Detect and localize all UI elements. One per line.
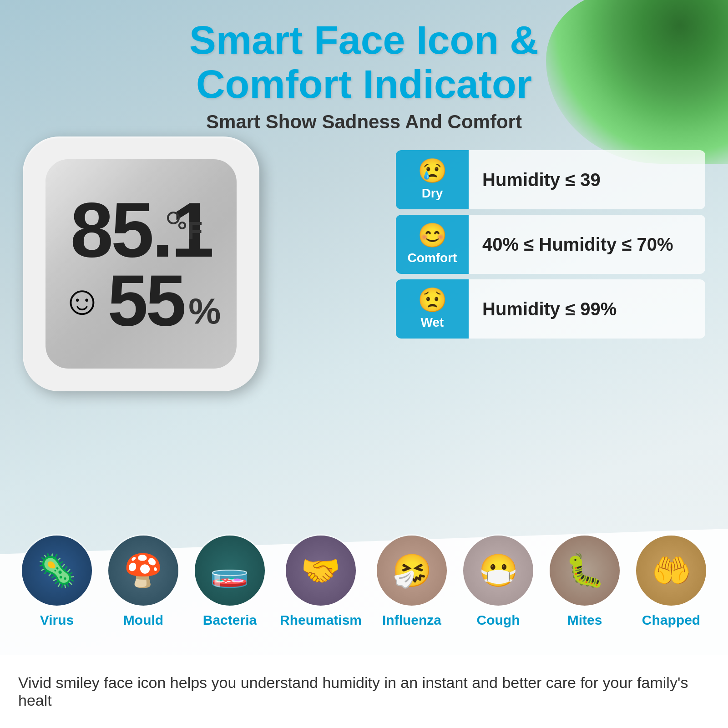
temp-unit: °F — [177, 216, 202, 245]
virus-label: Virus — [40, 612, 74, 628]
icon-item-mould: 🍄 Mould — [107, 534, 180, 628]
humidity-display: 55 — [107, 264, 184, 337]
influenza-icon: 🤧 — [377, 536, 447, 606]
icon-item-influenza: 🤧 Influenza — [375, 534, 448, 628]
indicators-panel: 😢 Dry Humidity ≤ 39 😊 Comfort 40% ≤ Humi… — [396, 150, 705, 339]
indicator-row-comfort: 😊 Comfort 40% ≤ Humidity ≤ 70% — [396, 215, 705, 274]
mould-icon: 🍄 — [108, 536, 178, 606]
main-title-line2: Comfort Indicator — [196, 61, 532, 106]
dry-label: Dry — [422, 186, 443, 201]
smiley-face: ☺ — [61, 280, 103, 321]
indicator-row-dry: 😢 Dry Humidity ≤ 39 — [396, 150, 705, 209]
icon-item-cough: 😷 Cough — [462, 534, 535, 628]
subtitle: Smart Show Sadness And Comfort — [0, 111, 728, 133]
icon-item-bacteria: 🧫 Bacteria — [193, 534, 266, 628]
wet-description: Humidity ≤ 99% — [482, 299, 617, 319]
bacteria-icon: 🧫 — [195, 536, 265, 606]
mites-icon: 🐛 — [550, 536, 620, 606]
header: Smart Face Icon & Comfort Indicator Smar… — [0, 18, 728, 133]
rheumatism-label: Rheumatism — [280, 612, 362, 628]
virus-circle: 🦠 — [20, 534, 93, 607]
influenza-circle: 🤧 — [375, 534, 448, 607]
mould-label: Mould — [123, 612, 163, 628]
dry-face: 😢 — [418, 159, 447, 182]
bottom-icons-row: 🦠 Virus 🍄 Mould 🧫 Bacteria 🤝 Rheumatism … — [0, 534, 728, 628]
comfort-description: 40% ≤ Humidity ≤ 70% — [482, 234, 673, 255]
bacteria-label: Bacteria — [203, 612, 257, 628]
indicator-icon-wet: 😟 Wet — [396, 279, 469, 339]
rheumatism-icon: 🤝 — [286, 536, 356, 606]
indicator-icon-dry: 😢 Dry — [396, 150, 469, 209]
mites-circle: 🐛 — [548, 534, 621, 607]
chapped-label: Chapped — [642, 612, 700, 628]
comfort-label: Comfort — [408, 251, 457, 265]
cough-circle: 😷 — [462, 534, 535, 607]
indicator-text-dry: Humidity ≤ 39 — [469, 150, 705, 209]
humidity-unit: % — [188, 290, 221, 332]
indicator-icon-comfort: 😊 Comfort — [396, 215, 469, 274]
dry-description: Humidity ≤ 39 — [482, 170, 601, 190]
chapped-icon: 🤲 — [636, 536, 706, 606]
main-title-line1: Smart Face Icon & — [189, 17, 539, 62]
rheumatism-circle: 🤝 — [284, 534, 357, 607]
icon-item-virus: 🦠 Virus — [20, 534, 93, 628]
comfort-face: 😊 — [418, 223, 447, 247]
mould-circle: 🍄 — [107, 534, 180, 607]
main-title: Smart Face Icon & Comfort Indicator — [0, 18, 728, 106]
cough-icon: 😷 — [463, 536, 533, 606]
icon-item-mites: 🐛 Mites — [548, 534, 621, 628]
indicator-text-comfort: 40% ≤ Humidity ≤ 70% — [469, 215, 705, 274]
bottom-bar: Vivid smiley face icon helps you underst… — [0, 655, 728, 728]
virus-icon: 🦠 — [22, 536, 92, 606]
wet-label: Wet — [421, 315, 444, 330]
chapped-circle: 🤲 — [635, 534, 708, 607]
cough-label: Cough — [477, 612, 520, 628]
influenza-label: Influenza — [382, 612, 441, 628]
indicator-row-wet: 😟 Wet Humidity ≤ 99% — [396, 279, 705, 339]
wet-face: 😟 — [418, 288, 447, 312]
mites-label: Mites — [567, 612, 602, 628]
footer-text: Vivid smiley face icon helps you underst… — [18, 674, 710, 709]
humidity-row: ☺ 55 % — [61, 264, 221, 337]
icon-item-rheumatism: 🤝 Rheumatism — [280, 534, 362, 628]
thermometer-device: 85.1 °F ☺ 55 % — [23, 136, 259, 391]
device-screen: 85.1 °F ☺ 55 % — [46, 159, 237, 369]
device-container: 85.1 °F ☺ 55 % — [23, 136, 259, 391]
indicator-text-wet: Humidity ≤ 99% — [469, 279, 705, 339]
icon-item-chapped: 🤲 Chapped — [635, 534, 708, 628]
bacteria-circle: 🧫 — [193, 534, 266, 607]
